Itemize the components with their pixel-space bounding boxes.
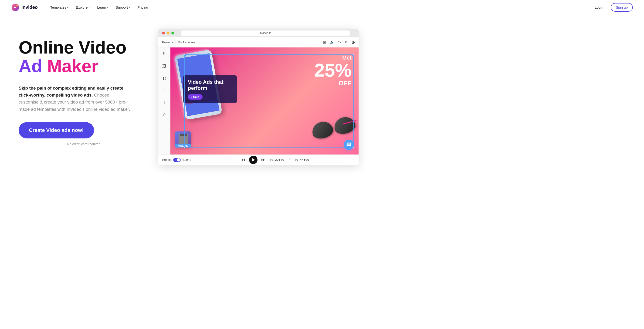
toolbar-undo-icon[interactable]: ↺ xyxy=(345,40,348,44)
chat-bubble-button[interactable] xyxy=(344,140,354,150)
chat-icon xyxy=(346,142,351,147)
discount-off-text: OFF xyxy=(314,80,352,87)
toolbar-actions: ⊞ 🔈 ↷ ↺ ◕ xyxy=(323,40,355,44)
breadcrumb-projects[interactable]: Projects xyxy=(162,40,173,44)
clip-thumbnail[interactable]: Clip2.mov xyxy=(175,131,192,148)
hero-left: Online Video Ad Maker Skip the pain of c… xyxy=(19,29,149,146)
timeline-toggle[interactable] xyxy=(173,158,181,162)
nav-learn[interactable]: Learn ▾ xyxy=(94,3,111,11)
toggle-knob xyxy=(177,158,180,161)
clip-label: Clip2.mov xyxy=(175,144,192,148)
nav-templates[interactable]: Templates ▾ xyxy=(47,3,72,11)
ad-text-block: Video Ads that perform • Sale xyxy=(183,75,237,103)
logo[interactable]: invideo xyxy=(11,3,38,12)
editor-preview-container: invideo.io Projects › My 1st video ⊞ 🔈 ↷… xyxy=(158,29,633,165)
editor-body: ⠿ 🖼 ◐ ♪ T ☆ xyxy=(158,47,358,154)
nav-support[interactable]: Support ▾ xyxy=(112,3,134,11)
clip-building-icon xyxy=(178,134,188,144)
breadcrumb-separator: › xyxy=(175,40,176,44)
selection-handle-tr[interactable] xyxy=(352,54,354,56)
cta-button[interactable]: Create Video ads now! xyxy=(19,122,94,138)
toolbar-theme-icon[interactable]: ◕ xyxy=(352,40,355,44)
video-ad: Video Ads that perform • Sale Get 25% OF… xyxy=(170,47,358,154)
logo-text: invideo xyxy=(22,5,38,10)
breadcrumb: Projects › My 1st video xyxy=(162,40,320,44)
tool-star[interactable]: ☆ xyxy=(161,111,168,118)
time-total: 00:44:00 xyxy=(294,158,309,161)
no-credit-text: No credit card required xyxy=(19,142,149,146)
ad-discount: Get 25% OFF xyxy=(314,54,352,87)
ad-sale-badge: • Sale xyxy=(188,94,202,100)
support-chevron-icon: ▾ xyxy=(129,6,130,8)
sunglasses-left-lens xyxy=(310,120,334,141)
browser-dot-red xyxy=(162,32,165,34)
time-current: 00:22:00 xyxy=(270,158,284,161)
toolbar-split-icon[interactable]: ⊞ xyxy=(323,40,326,44)
nav-links: Templates ▾ Explore ▾ Learn ▾ Support ▾ … xyxy=(47,3,591,11)
timeline-controls-left: Project Scene xyxy=(162,158,191,162)
time-separator: / xyxy=(289,158,290,162)
playback-controls: ⏮ ⏭ 00:22:00 / 00:44:00 xyxy=(195,156,355,164)
browser-bar: invideo.io xyxy=(158,29,358,37)
play-icon xyxy=(252,158,255,161)
headline-text-black: Online Video xyxy=(19,37,126,57)
toolbar-redo-icon[interactable]: ↷ xyxy=(338,40,341,44)
breadcrumb-current[interactable]: My 1st video xyxy=(178,40,195,44)
editor-preview: invideo.io Projects › My 1st video ⊞ 🔈 ↷… xyxy=(158,29,358,165)
sunglasses-right-lens xyxy=(332,115,357,136)
explore-chevron-icon: ▾ xyxy=(88,6,90,8)
tool-image[interactable]: 🖼 xyxy=(161,62,168,70)
hero-description: Skip the pain of complex editing and eas… xyxy=(19,85,130,113)
signup-button[interactable]: Sign up xyxy=(611,3,633,12)
navbar: invideo Templates ▾ Explore ▾ Learn ▾ Su… xyxy=(0,0,644,15)
discount-percent-text: 25% xyxy=(314,61,352,80)
login-button[interactable]: Login xyxy=(591,3,607,11)
editor-sidebar: ⠿ 🖼 ◐ ♪ T ☆ xyxy=(158,47,170,154)
ad-title: Video Ads that perform xyxy=(188,79,232,91)
headline-ad: Ad xyxy=(19,56,47,76)
play-button[interactable] xyxy=(249,156,258,164)
tool-circle[interactable]: ◐ xyxy=(161,74,168,82)
logo-icon xyxy=(11,3,20,12)
navbar-auth: Login Sign up xyxy=(591,3,633,12)
browser-dot-green xyxy=(171,32,174,34)
hero-headline: Online Video Ad Maker xyxy=(19,38,149,75)
clip-image xyxy=(175,131,192,144)
tool-text[interactable]: T xyxy=(161,99,168,106)
editor-bottom-bar: Project Scene ⏮ ⏭ 00:22:00 / xyxy=(158,154,358,165)
headline-maker: Maker xyxy=(47,56,98,76)
svg-point-1 xyxy=(16,5,18,6)
main-content: Online Video Ad Maker Skip the pain of c… xyxy=(0,15,644,329)
skip-back-icon[interactable]: ⏮ xyxy=(241,157,246,162)
learn-chevron-icon: ▾ xyxy=(107,6,108,8)
toggle-switch[interactable] xyxy=(173,158,181,162)
editor-toolbar: Projects › My 1st video ⊞ 🔈 ↷ ↺ ◕ xyxy=(158,37,358,47)
scene-label: Scene xyxy=(182,158,191,161)
templates-chevron-icon: ▾ xyxy=(67,6,68,8)
nav-pricing[interactable]: Pricing xyxy=(134,3,151,11)
skip-forward-icon[interactable]: ⏭ xyxy=(261,157,266,162)
tool-move[interactable]: ⠿ xyxy=(161,50,168,58)
editor-canvas: Video Ads that perform • Sale Get 25% OF… xyxy=(170,47,358,154)
tool-music[interactable]: ♪ xyxy=(161,86,168,94)
toolbar-audio-icon[interactable]: 🔈 xyxy=(330,40,334,44)
browser-dot-yellow xyxy=(167,32,170,34)
project-label: Project xyxy=(162,158,171,161)
nav-explore[interactable]: Explore ▾ xyxy=(72,3,93,11)
browser-url: invideo.io xyxy=(181,30,350,36)
